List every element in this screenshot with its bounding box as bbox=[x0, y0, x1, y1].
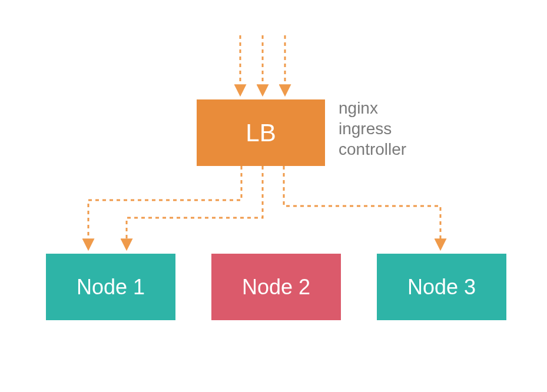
node-3-box: Node 3 bbox=[377, 254, 506, 320]
node-label: Node 2 bbox=[242, 275, 310, 300]
lb-to-node1-arrow-b bbox=[127, 166, 263, 248]
lb-description: nginx ingress controller bbox=[339, 98, 406, 160]
lb-description-line: controller bbox=[339, 139, 406, 160]
lb-description-line: ingress bbox=[339, 118, 406, 139]
load-balancer-box: LB bbox=[197, 99, 325, 166]
architecture-diagram: LB nginx ingress controller Node 1 Node … bbox=[0, 0, 547, 392]
node-1-box: Node 1 bbox=[46, 254, 175, 320]
lb-description-line: nginx bbox=[339, 98, 406, 118]
lb-to-node3-arrow bbox=[284, 166, 440, 248]
connections-layer bbox=[0, 0, 547, 392]
node-2-box: Node 2 bbox=[211, 254, 341, 320]
lb-label: LB bbox=[246, 119, 276, 147]
lb-to-node1-arrow-a bbox=[88, 166, 241, 248]
node-label: Node 3 bbox=[407, 275, 476, 300]
node-label: Node 1 bbox=[77, 275, 145, 300]
